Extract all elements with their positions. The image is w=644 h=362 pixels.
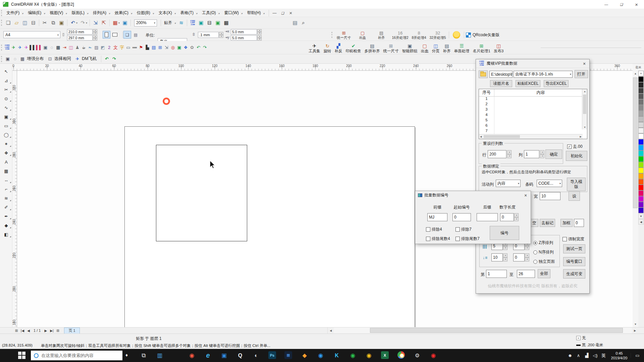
photoshop-icon[interactable]: Ps [268, 351, 276, 359]
plane-blue-icon[interactable]: ✈ [17, 44, 23, 51]
table-hscroll-thumb[interactable] [484, 135, 520, 138]
yellow-app-icon[interactable]: ◉ [363, 351, 375, 360]
palette-color-swatch[interactable] [638, 99, 644, 105]
dialog-title-bar[interactable]: 批量数据编号 × [415, 191, 531, 199]
launcher-caret-icon[interactable]: ▾ [117, 18, 121, 27]
task-view-icon[interactable]: ⧉ [138, 351, 150, 360]
page-height-stepper[interactable] [93, 35, 97, 41]
card-process-button[interactable]: ⊞ 名片处理1 [471, 43, 492, 54]
teal-app-icon[interactable]: ▣ [197, 18, 205, 27]
v-gap-stepper[interactable] [525, 253, 529, 261]
palette-color-swatch[interactable] [638, 116, 644, 122]
barcode-plugin-icon[interactable]: ▦ [222, 18, 230, 27]
blue-browser-icon[interactable]: ◉ [315, 351, 327, 360]
exclude-tail-7-checkbox[interactable]: 排除尾数7 [455, 236, 480, 242]
ruler-icon[interactable]: ▭ [125, 44, 131, 51]
blend-tool[interactable]: ≋ [0, 194, 12, 202]
smart-fill-tool[interactable]: ▣ [0, 112, 12, 121]
search-input[interactable]: 在这里输入你要搜索的内容 [31, 351, 122, 360]
table-row[interactable]: 6 [479, 123, 582, 129]
select-same-button[interactable]: 选择相同 [54, 56, 71, 62]
welcome-screen-icon[interactable]: ▣ [121, 18, 129, 27]
nudge-stepper[interactable] [219, 32, 223, 38]
pick-tool[interactable]: ↖ [0, 67, 12, 76]
export-excel-button[interactable]: 导出EXCEL [544, 80, 569, 87]
green-app-icon[interactable]: ▣ [214, 18, 222, 27]
page-width-stepper[interactable] [93, 29, 97, 35]
to-field[interactable]: 26 [517, 270, 535, 278]
table-scroll-thumb[interactable] [583, 95, 586, 114]
palette-color-swatch[interactable] [638, 139, 644, 145]
table-row[interactable]: 2 [479, 102, 582, 107]
table-vertical-scrollbar[interactable]: ▲ ▼ [582, 89, 587, 129]
table-row[interactable]: 1 [479, 97, 582, 102]
fill-even-button[interactable]: ▤ 补齐 [372, 31, 391, 40]
menu-bitmaps[interactable]: 位图(B) [135, 9, 156, 16]
redo-caret-icon[interactable]: ▾ [85, 18, 88, 27]
from-field[interactable]: 1 [486, 270, 507, 278]
export-icon[interactable]: ⇱ [100, 18, 108, 27]
minimize-button[interactable] [599, 0, 614, 9]
toolbar-drag-handle[interactable] [1, 45, 2, 51]
digit-length-stepper[interactable] [514, 213, 519, 221]
shape-tool[interactable]: ⊿ [0, 76, 12, 85]
plus-square-icon[interactable]: ⊞ [157, 44, 163, 51]
palette-color-swatch[interactable] [638, 162, 644, 168]
cut-icon[interactable]: ✂ [41, 18, 49, 27]
palette-color-swatch[interactable] [638, 156, 644, 162]
group-select-icon[interactable]: ▣ [42, 44, 49, 51]
palette-expand-icon[interactable]: ◀ [638, 219, 644, 225]
palette-color-swatch[interactable] [638, 105, 644, 111]
fill-even-button2[interactable]: ▤ 补齐 [441, 43, 452, 54]
scroll-right-icon[interactable]: ▶ [632, 327, 638, 334]
last-page-icon[interactable]: ▶| [49, 329, 55, 333]
file-explorer-icon[interactable] [170, 351, 182, 360]
palette-color-swatch[interactable] [638, 111, 644, 116]
publish-button[interactable]: ◫ 发布3 [492, 43, 505, 54]
list-icon[interactable]: ▤ [151, 44, 157, 51]
column-header-index[interactable]: 序号 [479, 89, 494, 96]
preflight-button[interactable]: ✔ 印前检查 [344, 43, 363, 54]
toolbar-drag-handle[interactable] [331, 32, 332, 38]
document-close-button[interactable] [287, 10, 295, 16]
print-plugin-icon[interactable]: ⊟ [205, 18, 214, 27]
file-path-field[interactable]: E:\desktop\h [489, 71, 513, 78]
row-count-field[interactable]: 200 [488, 150, 506, 158]
dm-plane-button[interactable]: DM飞机 [82, 56, 97, 62]
read-image-names-button[interactable]: 读图片名 [490, 80, 512, 87]
generate-variable-button[interactable]: 生成可变 [563, 269, 585, 279]
zoom-search-icon[interactable]: ⌕ [299, 18, 308, 27]
gear-flower-icon[interactable]: ✿ [189, 44, 195, 51]
dark-app-icon[interactable]: ▦ [284, 351, 292, 359]
coffee-cup-icon[interactable]: ☕ [80, 44, 87, 51]
menu-edit[interactable]: 编辑(E) [25, 9, 47, 16]
confirm-button[interactable]: 确定 [545, 149, 562, 159]
green-app-icon[interactable]: ◉ [347, 351, 359, 360]
toolbar-drag-handle[interactable] [1, 10, 2, 16]
n-order-radio[interactable]: N序排列 [533, 249, 554, 255]
add-frame-button[interactable]: 加框 [560, 219, 573, 227]
circle-dashed-icon[interactable]: ◌ [11, 56, 19, 61]
menu-layout[interactable]: 版面(L) [69, 9, 91, 16]
toolset-button[interactable]: ✈ 工具集 [307, 43, 322, 54]
scroll-left-icon[interactable]: ◀ [480, 135, 482, 138]
enhanced-distribute-button[interactable]: 增强分布 [27, 56, 44, 62]
palette-color-swatch[interactable] [638, 185, 644, 190]
add-page-icon[interactable]: ⊞ [13, 329, 19, 333]
palette-color-swatch[interactable] [638, 145, 644, 150]
palette-color-swatch[interactable] [638, 179, 644, 185]
palette-color-swatch[interactable] [638, 133, 644, 139]
import-template-button[interactable]: 导入模版 [567, 178, 586, 191]
add-page-icon[interactable]: ⊞ [55, 329, 61, 333]
crop-tool[interactable]: ✂ [0, 85, 12, 94]
file-select[interactable]: 合格证下单3-16-1.xls [514, 71, 573, 78]
eyedropper-tool[interactable]: ✐ [0, 203, 12, 212]
redo-plugin-icon[interactable]: ↷ [202, 44, 208, 51]
microphone-icon[interactable]: ♦ [125, 352, 128, 358]
chrome-icon[interactable] [397, 351, 405, 359]
menu-arrange[interactable]: 排列(A) [91, 9, 112, 16]
col-count-stepper[interactable] [540, 150, 544, 158]
zi-text-icon[interactable]: 字 [119, 44, 125, 51]
paste-icon[interactable]: ▣ [57, 18, 66, 27]
photoshop-link-icon[interactable]: Ps [87, 44, 93, 51]
